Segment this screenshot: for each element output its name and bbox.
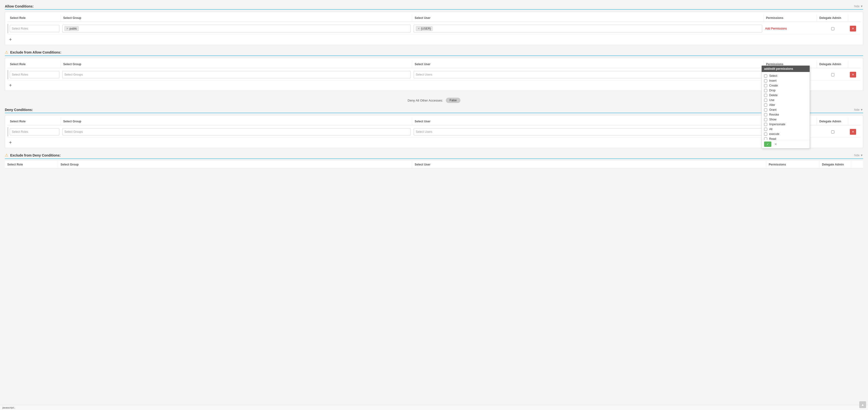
perm-impersonate-checkbox[interactable] [764, 123, 767, 126]
perm-all[interactable]: All [762, 127, 810, 131]
perm-insert[interactable]: Insert [762, 78, 810, 83]
exclude-deny-hide[interactable]: hide ▼ [854, 154, 863, 157]
deny-conditions-hide[interactable]: hide ▼ [854, 108, 863, 112]
perm-insert-checkbox[interactable] [764, 79, 767, 82]
ex-header-delegate: Delegate Admin [817, 61, 848, 68]
perm-show[interactable]: Show [762, 117, 810, 122]
add-allow-row-button[interactable]: + [7, 37, 13, 42]
perm-create-checkbox[interactable] [764, 84, 767, 87]
tag-remove-icon[interactable]: ✕ [417, 27, 420, 30]
user-tag-value: {USER} [421, 27, 431, 30]
perm-alter[interactable]: Alter [762, 102, 810, 107]
deny-conditions-header: Deny Conditions: hide ▼ [5, 106, 863, 113]
allow-conditions-hide[interactable]: hide ▼ [854, 5, 863, 8]
add-deny-row-button[interactable]: + [7, 140, 13, 145]
deny-select-roles-input[interactable]: Select Roles [10, 128, 59, 136]
ex-delegate-cell [817, 72, 848, 77]
deny-table-header: Select Role Select Group Select User Per… [7, 118, 861, 125]
ex-select-roles-input[interactable]: Select Roles [10, 71, 59, 78]
add-exclude-allow-row-button[interactable]: + [7, 82, 13, 88]
select-groups-input[interactable]: ✕ public [62, 25, 411, 32]
add-permissions-link[interactable]: Add Permissions [765, 27, 787, 30]
add-permissions-wrap: Add Permissions [765, 27, 787, 30]
header-group: Select Group [61, 14, 412, 22]
select-roles-input[interactable]: Select Roles [10, 25, 59, 32]
exclude-deny-title: Exclude from Deny Conditions: [10, 153, 61, 157]
ex-select-groups-input[interactable]: Select Groups [62, 71, 411, 78]
perm-drop[interactable]: Drop [762, 88, 810, 93]
popup-title: add/edit permissions [762, 66, 810, 72]
delegate-checkbox[interactable] [831, 27, 834, 30]
ex-delete-cell: ✕ [848, 71, 861, 79]
group-tag: ✕ public [64, 26, 79, 31]
perm-execute-label: execute [769, 132, 779, 136]
deny-delete-cell: ✕ [848, 128, 861, 136]
exclude-allow-block: Select Role Select Group Select User Per… [5, 58, 863, 91]
deny-row-1: Select Roles Select Groups Select Users … [7, 126, 861, 138]
header-permissions: Permissions [764, 14, 817, 22]
ex-select-users-input[interactable]: Select Users [414, 71, 762, 78]
deny-all-toggle[interactable]: False [446, 98, 460, 103]
allow-table-header: Select Role Select Group Select User Per… [7, 14, 861, 22]
perm-create[interactable]: Create [762, 83, 810, 88]
exclude-allow-row-1: Select Roles Select Groups Select Users … [7, 69, 861, 81]
perm-delete-checkbox[interactable] [764, 94, 767, 97]
deny-role-cell: Select Roles [7, 127, 61, 137]
deny-delete-row-button[interactable]: ✕ [850, 129, 856, 135]
perm-read-checkbox[interactable] [764, 137, 767, 140]
allow-conditions-title: Allow Conditions: [5, 4, 34, 8]
deny-all-row: Deny All Other Accesses: False [5, 95, 863, 106]
warning-icon-2: ⚠ [5, 153, 8, 157]
deny-group-cell: Select Groups [61, 127, 412, 137]
deny-user-cell: Select Users [412, 127, 764, 137]
perm-grant-label: Grant [769, 108, 776, 112]
perm-select[interactable]: Select [762, 74, 810, 78]
perm-revoke-checkbox[interactable] [764, 113, 767, 116]
warning-icon: ⚠ [5, 50, 8, 55]
popup-ok-button[interactable]: ✓ [764, 142, 771, 147]
exclude-deny-header: ⚠ Exclude from Deny Conditions: hide ▼ [5, 151, 863, 159]
ex-group-cell: Select Groups [61, 70, 412, 79]
perm-delete[interactable]: Delete [762, 93, 810, 98]
perm-show-checkbox[interactable] [764, 118, 767, 121]
perm-use[interactable]: Use [762, 98, 810, 102]
deny-select-users-input[interactable]: Select Users [414, 128, 762, 136]
perm-use-checkbox[interactable] [764, 99, 767, 102]
perm-select-checkbox[interactable] [764, 75, 767, 78]
deny-select-groups-input[interactable]: Select Groups [62, 128, 411, 136]
page-wrapper: Allow Conditions: hide ▼ Select Role Sel… [0, 0, 868, 410]
perm-execute[interactable]: execute [762, 131, 810, 137]
status-bar: javascript:; [0, 405, 868, 410]
select-users-input[interactable]: ✕ {USER} [414, 25, 762, 32]
ex-header-role: Select Role [7, 61, 61, 68]
ex-delete-row-button[interactable]: ✕ [850, 72, 856, 78]
perm-drop-checkbox[interactable] [764, 89, 767, 92]
deny-header-actions [848, 118, 861, 125]
perm-impersonate[interactable]: Impersonate [762, 122, 810, 127]
perm-grant-checkbox[interactable] [764, 108, 767, 112]
perm-all-checkbox[interactable] [764, 128, 767, 131]
header-role: Select Role [7, 14, 61, 22]
popup-footer: ✓ ✕ [762, 140, 810, 148]
perm-drop-label: Drop [769, 89, 775, 92]
perm-revoke[interactable]: Revoke [762, 112, 810, 117]
perm-execute-checkbox[interactable] [764, 133, 767, 136]
deny-delegate-checkbox[interactable] [831, 130, 834, 134]
bottom-table-section: Select Role Select Group Select User Per… [5, 161, 863, 168]
tag-remove-icon[interactable]: ✕ [66, 27, 68, 30]
popup-cancel-button[interactable]: ✕ [773, 142, 779, 147]
perm-grant[interactable]: Grant [762, 107, 810, 112]
deny-header-delegate: Delegate Admin [817, 118, 848, 125]
bottom-header-user: Select User [412, 161, 766, 168]
bottom-header-group: Select Group [58, 161, 412, 168]
deny-conditions-block: Select Role Select Group Select User Per… [5, 115, 863, 148]
scroll-top-button[interactable]: ▲ [859, 401, 866, 408]
deny-header-user: Select User [412, 118, 764, 125]
delete-row-button[interactable]: ✕ [850, 26, 856, 31]
perm-alter-checkbox[interactable] [764, 104, 767, 107]
ex-role-cell: Select Roles [7, 70, 61, 79]
ex-delegate-checkbox[interactable] [831, 73, 834, 76]
perm-delete-label: Delete [769, 93, 778, 97]
perm-read[interactable]: Read [762, 137, 810, 140]
bottom-header-permissions: Permissions [766, 161, 819, 168]
